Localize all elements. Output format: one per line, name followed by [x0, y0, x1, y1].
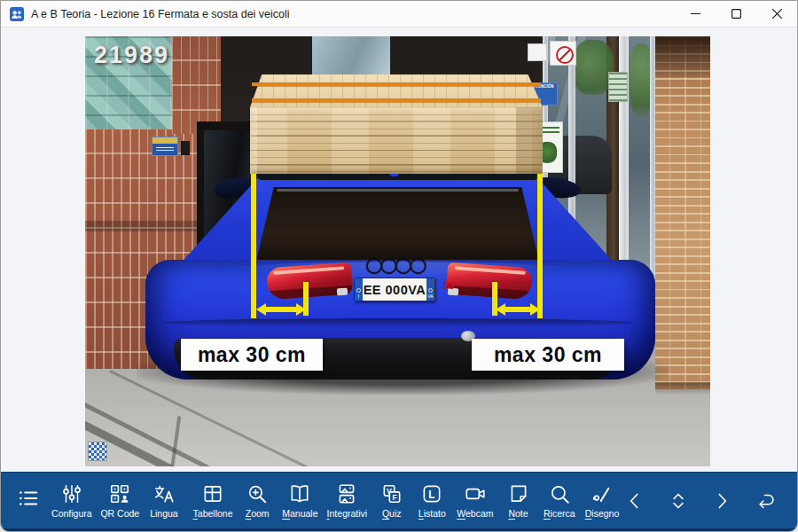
brick-wall-right	[655, 36, 710, 389]
watermark-icon	[88, 442, 107, 461]
toolbar-label: Configura	[51, 508, 92, 519]
toolbar-label: Disegno	[585, 508, 620, 519]
return-button[interactable]	[749, 481, 781, 520]
arrowhead-icon	[296, 303, 306, 316]
expand-vertical-icon	[666, 489, 691, 513]
transom-glass	[312, 36, 390, 77]
toolbar-label: Tabellone	[193, 508, 233, 519]
car-model-badge: S5	[443, 281, 454, 291]
sliders-icon	[60, 482, 83, 505]
next-button[interactable]	[706, 481, 738, 520]
brick-recess-band	[85, 221, 199, 231]
toolbar-button-quiz[interactable]: V F Quiz	[377, 473, 407, 519]
lesson-image[interactable]: ATENCIÓN	[85, 36, 710, 466]
wood-load-end-shade	[516, 107, 543, 174]
draw-pen-icon	[591, 482, 614, 505]
menu-list-icon	[16, 487, 41, 510]
toolbar-label: Manuale	[282, 508, 317, 519]
toolbar-button-integrativi[interactable]: Integrativi	[328, 473, 367, 519]
door-badge	[608, 72, 628, 102]
wood-load-top	[250, 74, 543, 107]
manual-book-icon	[288, 482, 311, 505]
notes-icon	[507, 482, 530, 505]
minimize-icon	[691, 9, 700, 19]
eu-stars-icon	[356, 288, 361, 293]
toolbar-button-note[interactable]: Note	[504, 473, 534, 519]
maximize-button[interactable]	[716, 1, 756, 27]
language-icon	[153, 482, 176, 505]
maximize-icon	[732, 9, 741, 19]
toolbar-label: Note	[508, 508, 528, 519]
quiz-vf-icon: V F	[380, 482, 403, 505]
small-sign	[528, 43, 547, 61]
lesson-content-area: ATENCIÓN	[1, 27, 797, 473]
toolbar-label: Ricerca	[544, 508, 575, 519]
zoom-in-icon	[246, 482, 269, 505]
app-people-icon	[10, 7, 24, 21]
reverse-light-left	[337, 288, 348, 296]
arrowhead-icon	[530, 303, 540, 316]
load-strap	[252, 82, 541, 86]
expand-button[interactable]	[662, 481, 694, 520]
webcam-icon	[464, 482, 487, 505]
navigation-group	[619, 473, 785, 529]
arrowhead-icon	[256, 303, 266, 316]
measure-line-load-right	[537, 174, 543, 318]
toolbar-button-zoom[interactable]: Zoom	[242, 473, 272, 519]
toolbar-label: Listato	[419, 508, 446, 519]
board-grid-icon	[201, 482, 224, 505]
plate-province-band: VA	[426, 278, 434, 301]
toolbar-label: QR Code	[100, 508, 139, 519]
toolbar-label: Zoom	[246, 508, 270, 519]
toolbar-button-configura[interactable]: Configura	[52, 473, 91, 519]
svg-text:F: F	[392, 493, 396, 502]
toolbar-button-disegno[interactable]: Disegno	[585, 473, 619, 519]
measure-arrow-left	[265, 307, 297, 312]
measure-line-load-left	[251, 174, 256, 318]
chevron-right-icon	[710, 489, 733, 513]
taillight-right	[446, 262, 533, 301]
bumper-crease	[163, 318, 633, 327]
brick-column-left	[172, 36, 221, 134]
wood-load-front	[250, 107, 543, 174]
max-30cm-label-left: max 30 cm	[181, 339, 323, 371]
chevron-left-icon	[623, 489, 646, 513]
toolbar-button-webcam[interactable]: Webcam	[458, 473, 493, 519]
window-controls	[675, 1, 797, 27]
window-title: A e B Teoria - Lezione 16 Fermata e sost…	[31, 8, 290, 20]
qr-code-icon	[108, 482, 131, 505]
eu-stars-icon	[428, 288, 433, 293]
brick-shadow-top	[655, 36, 710, 77]
title-bar: A e B Teoria - Lezione 16 Fermata e sost…	[1, 1, 797, 27]
toolbar-button-ricerca[interactable]: Ricerca	[544, 473, 575, 519]
plate-number: EE 000VA	[363, 278, 426, 301]
license-plate: I EE 000VA VA	[354, 278, 435, 301]
intercom-box	[181, 141, 190, 155]
measure-arrow-right	[505, 307, 531, 312]
minimize-button[interactable]	[675, 1, 716, 27]
wall-plaque	[152, 137, 178, 156]
listing-icon: L	[420, 482, 443, 505]
toolbar-label: Quiz	[382, 508, 402, 519]
integratives-images-icon	[335, 482, 358, 505]
image-number: 21989	[94, 42, 169, 69]
wood-load-edge-light	[250, 107, 257, 174]
toolbar-label: Webcam	[457, 508, 493, 519]
plate-country-band: I	[355, 278, 363, 301]
menu-button[interactable]	[13, 473, 43, 510]
audi-rings-logo	[365, 256, 427, 276]
toolbar-button-manuale[interactable]: Manuale	[283, 473, 317, 519]
toolbar-label: Integrativi	[327, 508, 368, 519]
return-arrow-icon	[752, 489, 778, 513]
max-30cm-label-right: max 30 cm	[472, 339, 624, 371]
toolbar-button-lingua[interactable]: Lingua	[149, 473, 179, 519]
toolbar-button-listato[interactable]: L Listato	[417, 473, 447, 519]
previous-button[interactable]	[619, 481, 651, 520]
toolbar-button-qr-code[interactable]: QR Code	[101, 473, 138, 519]
load-strap	[252, 98, 541, 102]
close-button[interactable]	[756, 1, 797, 27]
arrowhead-icon	[496, 303, 505, 316]
app-window: A e B Teoria - Lezione 16 Fermata e sost…	[0, 0, 798, 532]
toolbar-button-tabellone[interactable]: Tabellone	[193, 473, 231, 519]
svg-text:L: L	[429, 489, 435, 501]
